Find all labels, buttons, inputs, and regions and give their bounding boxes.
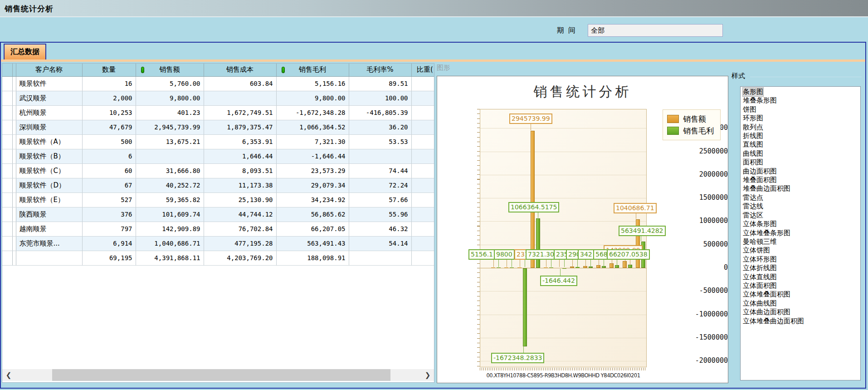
row-selector-cell[interactable] bbox=[2, 105, 12, 120]
table-row[interactable]: 深圳顺景47,6792,945,739.991,879,375.471,066,… bbox=[2, 120, 434, 134]
style-list-item[interactable]: 立体直线图 bbox=[743, 273, 860, 281]
row-selector-cell[interactable] bbox=[2, 222, 12, 236]
style-list-item[interactable]: 立体堆叠条形图 bbox=[743, 229, 860, 237]
style-list-item[interactable]: 雷达区 bbox=[743, 211, 860, 220]
table-row[interactable]: 东莞市顺景...6,9141,040,686.71477,195.28563,4… bbox=[2, 236, 434, 251]
style-list-item[interactable]: 立体折线图 bbox=[743, 264, 860, 272]
row-selector-cell[interactable] bbox=[12, 222, 16, 236]
row-selector-cell[interactable] bbox=[12, 134, 16, 149]
row-selector-cell[interactable] bbox=[2, 149, 12, 163]
style-list-item[interactable]: 立体环形图 bbox=[743, 255, 860, 264]
style-list-item[interactable]: 直线图 bbox=[743, 140, 860, 149]
row-selector-cell[interactable] bbox=[2, 76, 12, 91]
table-row[interactable]: 顺景软件（E）52759,365.8225,130.9034,234.9257.… bbox=[2, 193, 434, 207]
value-cell: 477,195.28 bbox=[204, 236, 276, 251]
row-selector-cell[interactable] bbox=[2, 207, 12, 222]
summary-table-panel: 客户名称数量销售额销售成本销售毛利毛利率%比重(顺景软件165,760.0060… bbox=[2, 63, 434, 383]
row-selector-cell[interactable] bbox=[12, 91, 16, 105]
row-selector-cell[interactable] bbox=[12, 76, 16, 91]
style-list-item[interactable]: 堆叠面积图 bbox=[743, 176, 860, 184]
style-list-item[interactable]: 立体面积图 bbox=[743, 281, 860, 290]
row-selector-cell[interactable] bbox=[2, 193, 12, 207]
style-list-item[interactable]: 面积图 bbox=[743, 158, 860, 167]
style-list-item[interactable]: 立体曲边面积图 bbox=[743, 308, 860, 316]
style-list-item[interactable]: 立体条形图 bbox=[743, 220, 860, 228]
style-list-item[interactable]: 曲边面积图 bbox=[743, 167, 860, 176]
table-row[interactable]: 顺景软件（C）6031,666.808,093.5123,573.2974.44 bbox=[2, 163, 434, 178]
row-selector-cell[interactable] bbox=[12, 149, 16, 163]
style-list-item[interactable]: 立体堆叠面积图 bbox=[743, 290, 860, 299]
table-row[interactable]: 顺景软件165,760.00603.845,156.1689.51 bbox=[2, 76, 434, 91]
customer-name-cell: 东莞市顺景... bbox=[16, 236, 82, 251]
tab-summary-data[interactable]: 汇总数据 bbox=[4, 44, 46, 59]
row-selector-cell[interactable] bbox=[2, 236, 12, 251]
row-selector-cell[interactable] bbox=[12, 193, 16, 207]
horizontal-scrollbar[interactable]: ❮ ❯ bbox=[2, 369, 434, 381]
style-list-item[interactable]: 雷达点 bbox=[743, 193, 860, 202]
row-selector-cell[interactable] bbox=[2, 134, 12, 149]
column-header[interactable]: 比重( bbox=[411, 64, 434, 76]
row-selector-cell[interactable] bbox=[12, 207, 16, 222]
row-selector-cell[interactable] bbox=[12, 236, 16, 251]
data-label-callout: 563491.4282 bbox=[619, 226, 666, 236]
style-list-item[interactable]: 立体饼图 bbox=[743, 246, 860, 255]
style-list-item[interactable]: 曲线图 bbox=[743, 149, 860, 158]
scroll-right-icon[interactable]: ❯ bbox=[422, 369, 433, 381]
table-row[interactable]: 杭州顺景10,253401.231,672,749.51-1,672,348.2… bbox=[2, 105, 434, 120]
style-list-item[interactable]: 堆叠曲边面积图 bbox=[743, 184, 860, 193]
row-selector-cell[interactable] bbox=[2, 163, 12, 178]
table-row[interactable]: 陕西顺景376101,609.7444,744.1256,865.6255.96 bbox=[2, 207, 434, 222]
style-list-item[interactable]: 饼图 bbox=[743, 105, 860, 114]
row-selector-cell[interactable] bbox=[2, 251, 12, 265]
table-row[interactable]: 越南顺景797142,909.8976,702.8466,207.0546.32 bbox=[2, 222, 434, 236]
table-row[interactable]: 顺景软件（A）50013,675.216,353.917,321.3053.53 bbox=[2, 134, 434, 149]
style-list-item[interactable]: 散列点 bbox=[743, 123, 860, 132]
column-header[interactable]: 毛利率% bbox=[349, 64, 411, 76]
y-axis-tick-label: 1000000 bbox=[689, 217, 728, 225]
row-selector-cell[interactable] bbox=[12, 120, 16, 134]
table-row[interactable]: 武汉顺景2,0009,800.009,800.00100.00 bbox=[2, 91, 434, 105]
column-header[interactable]: 数量 bbox=[82, 64, 136, 76]
value-cell: 6,914 bbox=[82, 236, 136, 251]
y-axis-tick-label: -1500000 bbox=[689, 333, 728, 341]
data-label-callout: 1066364.5175 bbox=[508, 202, 559, 212]
row-selector-cell[interactable] bbox=[2, 91, 12, 105]
style-list-item[interactable]: 立体曲线图 bbox=[743, 299, 860, 308]
style-list-item[interactable]: 环形图 bbox=[743, 114, 860, 123]
style-list-item[interactable]: 堆叠条形图 bbox=[743, 96, 860, 105]
scroll-left-icon[interactable]: ❮ bbox=[3, 369, 14, 381]
row-selector-cell[interactable] bbox=[12, 251, 16, 265]
style-list-item[interactable]: 条形图 bbox=[743, 88, 763, 96]
value-cell: 5,156.16 bbox=[276, 76, 349, 91]
value-cell: 47,679 bbox=[82, 120, 136, 134]
table-row[interactable]: 顺景软件（B）61,646.44-1,646.44 bbox=[2, 149, 434, 163]
style-list-item[interactable]: 雷达线 bbox=[743, 202, 860, 211]
column-header[interactable]: 客户名称 bbox=[16, 64, 82, 76]
row-selector-header bbox=[12, 64, 16, 76]
row-selector-cell[interactable] bbox=[12, 178, 16, 193]
table-total-row[interactable]: 69,1954,391,868.114,203,769.20188,098.91 bbox=[2, 251, 434, 265]
customer-name-cell bbox=[16, 251, 82, 265]
customer-name-cell: 顺景软件（C） bbox=[16, 163, 82, 178]
style-list-item[interactable]: 折线图 bbox=[743, 132, 860, 140]
style-list-item[interactable]: 立体堆叠曲边面积图 bbox=[743, 317, 860, 326]
scrollbar-thumb[interactable] bbox=[52, 369, 390, 381]
table-row[interactable]: 顺景软件（D）6740,252.7211,173.3829,079.3472.2… bbox=[2, 178, 434, 193]
value-cell: 603.84 bbox=[204, 76, 276, 91]
period-input[interactable] bbox=[588, 24, 723, 37]
style-list-item[interactable]: 曼哈顿三维 bbox=[743, 237, 860, 246]
callout-leader-line bbox=[564, 260, 565, 267]
chart-style-list[interactable]: 条形图堆叠条形图饼图环形图散列点折线图直线图曲线图面积图曲边面积图堆叠面积图堆叠… bbox=[740, 86, 861, 380]
column-header[interactable]: 销售额 bbox=[136, 64, 204, 76]
row-selector-cell[interactable] bbox=[2, 178, 12, 193]
value-cell: 72.24 bbox=[349, 178, 411, 193]
column-header[interactable]: 销售毛利 bbox=[276, 64, 349, 76]
row-selector-cell[interactable] bbox=[2, 120, 12, 134]
chart-gridline bbox=[480, 198, 646, 198]
bar-profit bbox=[523, 268, 527, 346]
row-selector-cell[interactable] bbox=[12, 105, 16, 120]
callout-leader-line bbox=[512, 260, 512, 267]
callout-leader-line bbox=[507, 260, 507, 267]
column-header[interactable]: 销售成本 bbox=[204, 64, 276, 76]
row-selector-cell[interactable] bbox=[12, 163, 16, 178]
